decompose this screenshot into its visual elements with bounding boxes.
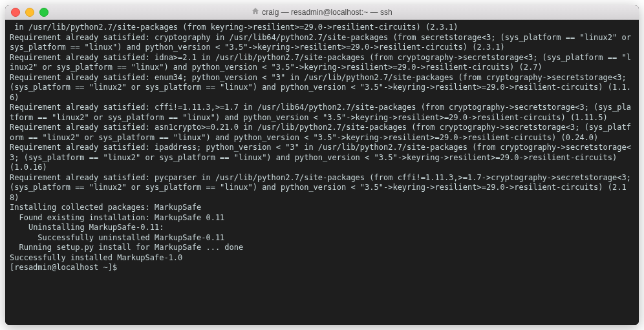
window-title: craig — resadmin@localhost:~ — ssh [5,8,639,17]
home-icon [252,8,259,17]
close-icon[interactable] [11,8,20,17]
terminal-output[interactable]: in /usr/lib/python2.7/site-packages (fro… [5,20,639,325]
titlebar[interactable]: craig — resadmin@localhost:~ — ssh [5,5,639,20]
window-title-text: craig — resadmin@localhost:~ — ssh [262,8,392,17]
minimize-icon[interactable] [25,8,34,17]
zoom-icon[interactable] [39,8,48,17]
window-controls [5,8,48,17]
terminal-window: craig — resadmin@localhost:~ — ssh in /u… [5,5,639,325]
